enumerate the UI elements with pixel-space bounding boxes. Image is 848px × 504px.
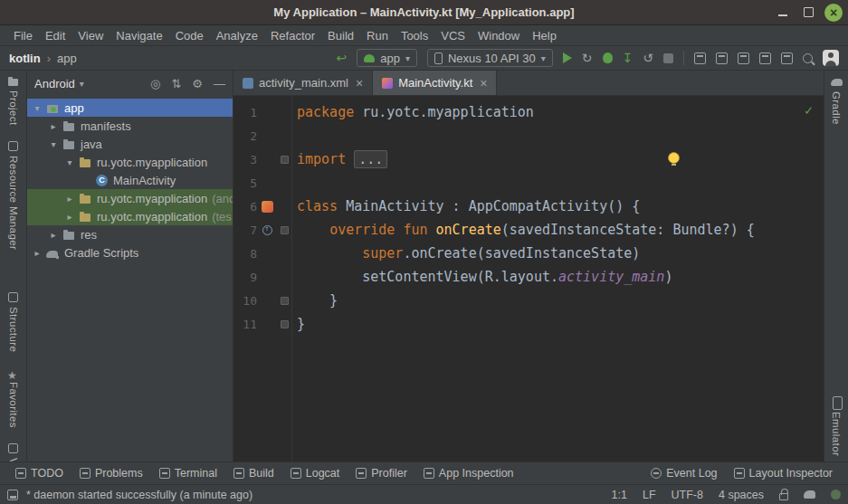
sort-icon[interactable]: ⇅ [171,77,181,90]
status-widget-lf[interactable]: LF [643,489,656,501]
tool-stripe-project[interactable]: Project [7,75,19,126]
tree-item-ru-yotc-myapplication-and[interactable]: ▸ru.yotc.myapplication (and [27,189,233,207]
tool-stripe-gradle[interactable]: Gradle [831,76,843,125]
close-tab-icon[interactable]: × [480,76,487,90]
tool-window-button-event-log[interactable]: Event Log [643,467,725,480]
tree-item-mainactivity[interactable]: MainActivity [27,171,233,189]
menu-item-window[interactable]: Window [472,27,526,44]
gradle-daemon-icon[interactable] [804,490,815,499]
tree-item-java[interactable]: ▾java [27,135,233,153]
profile-avatar[interactable] [823,50,839,66]
tree-item-manifests[interactable]: ▸manifests [27,117,233,135]
menu-item-build[interactable]: Build [321,27,360,44]
menu-item-view[interactable]: View [71,27,110,44]
apply-changes-icon[interactable]: ↻ [582,52,593,64]
fold-marker-icon[interactable] [281,156,289,164]
menu-item-run[interactable]: Run [360,27,395,44]
tree-item-gradle-scripts[interactable]: ▸Gradle Scripts [27,243,233,262]
title-bar: My Application – MainActivity.kt [My_App… [0,0,848,25]
tool-window-button-profiler[interactable]: Profiler [348,467,415,480]
search-everywhere-icon[interactable] [803,53,813,63]
close-button[interactable] [824,4,843,22]
profiler-icon[interactable]: ↺ [643,52,653,64]
menu-item-vcs[interactable]: VCS [434,27,472,44]
minimize-button[interactable] [774,4,792,22]
tool-window-button-todo[interactable]: TODO [7,467,71,480]
tree-item-label: manifests [81,119,131,133]
android-icon[interactable] [262,201,273,213]
code-line: 5 [233,171,824,195]
gradle-sync-icon[interactable] [716,52,728,64]
code-editor[interactable]: ✓ 1package ru.yotc.myapplication23import… [233,96,824,461]
menu-item-refactor[interactable]: Refactor [264,27,321,44]
chevron-down-icon[interactable]: ▾ [49,139,58,149]
status-widget-4-spaces[interactable]: 4 spaces [719,489,764,501]
fold-marker-icon[interactable] [281,320,289,328]
debug-button[interactable] [603,52,613,63]
unlock-icon[interactable] [779,493,788,500]
avd-manager-icon[interactable] [694,52,706,64]
menu-item-tools[interactable]: Tools [395,27,434,44]
menu-item-edit[interactable]: Edit [39,27,71,44]
device-file-explorer-icon[interactable] [759,52,771,64]
device-dropdown[interactable]: Nexus 10 API 30 ▾ [427,49,553,67]
editor-tab-mainactivity-kt[interactable]: MainActivity.kt× [373,71,497,95]
tool-window-button-app-inspection[interactable]: App Inspection [415,467,522,480]
chevron-right-icon[interactable]: ▸ [65,212,74,222]
breadcrumb-module[interactable]: kotlin [9,52,41,65]
maximize-button[interactable] [799,4,817,22]
chevron-down-icon: ▾ [405,53,410,63]
tree-item-res[interactable]: ▸res [27,225,233,243]
status-bar-left: * daemon started successfully (a minute … [7,489,252,501]
run-configuration-dropdown[interactable]: app ▾ [357,49,417,67]
hide-panel-icon[interactable]: — [214,77,225,90]
tree-item-ru-yotc-myapplication-tes[interactable]: ▸ru.yotc.myapplication (tes [27,207,233,225]
tool-stripe-resource-manager[interactable]: Resource Manager [7,140,19,250]
project-view-selector[interactable]: Android [34,77,75,90]
tool-stripe-structure[interactable]: Structure [7,291,19,352]
navigation-arrow-icon[interactable]: ↩ [336,52,347,64]
tool-stripe-emulator[interactable]: Emulator [831,396,843,456]
status-widget-1-1[interactable]: 1:1 [612,489,627,501]
sdk-manager-icon[interactable] [738,52,749,64]
menu-item-navigate[interactable]: Navigate [110,27,168,44]
locate-icon[interactable]: ◎ [150,77,160,90]
chevron-down-icon[interactable]: ▾ [33,103,42,113]
editor-tab-activity-main-xml[interactable]: activity_main.xml× [233,71,373,95]
run-button[interactable] [563,52,572,63]
todo-icon [15,468,26,479]
tool-window-button-problems[interactable]: Problems [71,467,151,480]
tree-item-app[interactable]: ▾app [27,99,233,117]
tool-stripe-favorites[interactable]: Favorites [7,366,19,428]
apply-code-changes-icon[interactable]: ↧ [623,52,634,64]
project-structure-icon[interactable] [781,52,793,64]
tool-window-button-build[interactable]: Build [225,467,282,480]
code-token [297,245,362,262]
event-log-icon [651,468,662,479]
status-widget-utf-8[interactable]: UTF-8 [672,489,703,501]
stop-button[interactable] [663,53,673,63]
menu-item-help[interactable]: Help [526,27,563,44]
fold-marker-icon[interactable] [281,226,289,234]
tool-window-button-logcat[interactable]: Logcat [282,467,348,480]
chevron-right-icon[interactable]: ▸ [49,121,58,131]
tree-item-ru-yotc-myapplication[interactable]: ▾ru.yotc.myapplication [27,153,233,171]
tool-window-button-layout-inspector[interactable]: Layout Inspector [726,467,841,480]
breadcrumb-item-app[interactable]: app [57,52,77,65]
intention-bulb-icon[interactable] [668,152,680,164]
tool-window-switcher-icon[interactable] [7,490,18,500]
notifications-icon[interactable] [831,490,841,499]
tool-window-bar-right: Event LogLayout Inspector [643,467,841,480]
menu-item-file[interactable]: File [7,27,39,44]
menu-item-code[interactable]: Code [169,27,210,44]
chevron-right-icon[interactable]: ▸ [33,248,42,258]
settings-icon[interactable]: ⚙ [192,77,203,90]
chevron-right-icon[interactable]: ▸ [65,194,74,204]
chevron-down-icon[interactable]: ▾ [65,157,74,167]
menu-item-analyze[interactable]: Analyze [210,27,264,44]
chevron-right-icon[interactable]: ▸ [49,230,58,240]
fold-marker-icon[interactable] [281,297,289,305]
override-icon[interactable] [262,225,272,235]
close-tab-icon[interactable]: × [356,76,363,90]
tool-window-button-terminal[interactable]: Terminal [151,467,225,480]
